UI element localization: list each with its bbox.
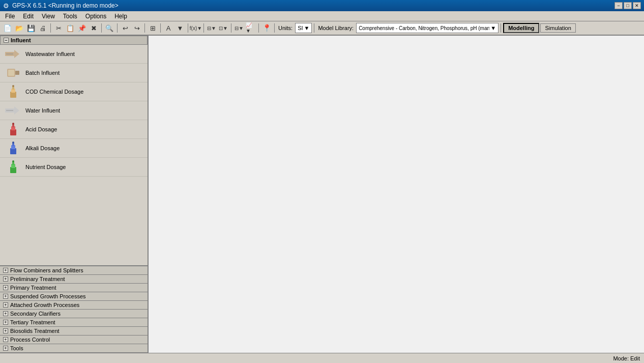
cut-button[interactable]: ✂ (53, 22, 64, 34)
copy-button[interactable]: 📋 (65, 22, 76, 34)
batch-influent-icon (5, 66, 21, 80)
svg-rect-4 (15, 71, 19, 75)
sidebar-item-alkali-dosage[interactable]: Alkali Dosage (0, 139, 148, 158)
simulation-button[interactable]: Simulation (540, 23, 575, 33)
sep8 (231, 23, 231, 33)
nutrient-dosage-label: Nutrient Dosage (25, 164, 66, 170)
sep7 (203, 23, 204, 33)
secondary-expand[interactable]: + (3, 311, 8, 316)
section-tools[interactable]: + Tools (0, 344, 148, 353)
sidebar-item-water-influent[interactable]: Water Influent (0, 101, 148, 120)
section-preliminary-treatment[interactable]: + Preliminary Treatment (0, 275, 148, 284)
section-tertiary-treatment[interactable]: + Tertiary Treatment (0, 318, 148, 327)
sep4 (144, 23, 145, 33)
text-color-button[interactable]: A (163, 22, 174, 34)
sidebar-item-wastewater-influent[interactable]: Wastewater Influent (0, 45, 148, 64)
influent-label: Influent (11, 37, 31, 43)
units-value: SI (298, 25, 303, 31)
section-biosolids-treatment[interactable]: + Biosolids Treatment (0, 327, 148, 336)
canvas-area[interactable] (149, 36, 644, 353)
section-flow-combiners[interactable]: + Flow Combiners and Splitters (0, 266, 148, 275)
water-influent-label: Water Influent (25, 107, 60, 114)
menu-view[interactable]: View (39, 12, 58, 21)
sidebar-item-acid-dosage[interactable]: Acid Dosage (0, 120, 148, 139)
layout-button[interactable]: ⊟▼ (206, 22, 217, 34)
modelling-button[interactable]: Modelling (503, 23, 539, 33)
sidebar-content: − Influent Wastewater Influent (0, 36, 148, 265)
sidebar-item-batch-influent[interactable]: Batch Influent (0, 64, 148, 82)
section-primary-treatment[interactable]: + Primary Treatment (0, 284, 148, 292)
location-button[interactable]: 📍 (261, 22, 272, 34)
menu-options[interactable]: Options (82, 12, 109, 21)
function-tools: f(x)▼ (190, 22, 201, 34)
plot-button[interactable]: 📈▼ (245, 22, 256, 34)
process-expand[interactable]: + (3, 337, 8, 342)
undo-button[interactable]: ↩ (120, 22, 131, 34)
open-button[interactable]: 📂 (14, 22, 25, 34)
wastewater-influent-icon (5, 47, 21, 61)
close-button[interactable]: ✕ (633, 2, 641, 9)
text-dropdown[interactable]: ▼ (174, 22, 186, 34)
attached-expand[interactable]: + (3, 302, 8, 308)
diagram-tools: ⊟▼ 📈▼ (233, 22, 256, 34)
tertiary-expand[interactable]: + (3, 320, 8, 325)
biosolids-expand[interactable]: + (3, 328, 8, 333)
file-tools: 📄 📂 💾 🖨 (2, 22, 48, 34)
save-button[interactable]: 💾 (25, 22, 37, 34)
influent-expand-icon[interactable]: − (4, 38, 9, 43)
sep1 (50, 23, 51, 33)
svg-point-24 (12, 160, 14, 162)
app-icon: ⚙ (3, 2, 9, 10)
section-process-control[interactable]: + Process Control (0, 336, 148, 344)
tools-expand[interactable]: + (3, 346, 8, 351)
zoom-tools: 🔍 (104, 22, 115, 34)
menu-help[interactable]: Help (111, 12, 130, 21)
delete-button[interactable]: ✖ (88, 22, 99, 34)
menu-file[interactable]: File (2, 12, 18, 21)
maximize-button[interactable]: □ (624, 2, 632, 9)
sep9 (258, 23, 259, 33)
print-button[interactable]: 🖨 (37, 22, 48, 34)
model-library-dropdown[interactable]: Comprehensive - Carbon, Nitrogen, Phosph… (356, 23, 499, 33)
primary-expand[interactable]: + (3, 285, 8, 290)
sep3 (117, 23, 118, 33)
section-secondary-clarifiers[interactable]: + Secondary Clarifiers (0, 310, 148, 318)
menu-edit[interactable]: Edit (20, 12, 37, 21)
cod-chemical-dosage-icon (5, 85, 21, 99)
batch-influent-label: Batch Influent (25, 70, 60, 76)
paste-button[interactable]: 📌 (76, 22, 87, 34)
model-library-value: Comprehensive - Carbon, Nitrogen, Phosph… (359, 25, 489, 31)
section-suspended-growth[interactable]: + Suspended Growth Processes (0, 292, 148, 301)
undo-redo-tools: ↩ ↪ (120, 22, 142, 34)
svg-point-16 (12, 123, 14, 125)
new-button[interactable]: 📄 (2, 22, 13, 34)
diagram-button[interactable]: ⊟▼ (233, 22, 245, 34)
alkali-dosage-label: Alkali Dosage (25, 145, 60, 151)
flow-combiners-expand[interactable]: + (3, 268, 8, 273)
cod-chemical-dosage-label: COD Chemical Dosage (25, 89, 83, 95)
units-dropdown[interactable]: SI ▼ (295, 23, 312, 33)
wastewater-influent-label: Wastewater Influent (25, 51, 75, 57)
sidebar-item-cod-chemical-dosage[interactable]: COD Chemical Dosage (0, 82, 148, 101)
sep5 (160, 23, 161, 33)
mode-text: Mode: Edit (613, 355, 640, 361)
sidebar-item-nutrient-dosage[interactable]: Nutrient Dosage (0, 158, 148, 177)
sep10 (274, 23, 275, 33)
zoom-button[interactable]: 🔍 (104, 22, 115, 34)
redo-button[interactable]: ↪ (131, 22, 142, 34)
status-bar: Mode: Edit (0, 353, 644, 363)
menu-tools[interactable]: Tools (60, 12, 80, 21)
text-tools: A ▼ (163, 22, 186, 34)
function-button[interactable]: f(x)▼ (190, 22, 201, 34)
preliminary-expand[interactable]: + (3, 276, 8, 282)
svg-marker-1 (14, 50, 19, 58)
resize-handle[interactable] (145, 36, 148, 353)
title-bar-controls[interactable]: − □ ✕ (614, 2, 641, 9)
section-attached-growth[interactable]: + Attached Growth Processes (0, 301, 148, 310)
suspended-expand[interactable]: + (3, 294, 8, 299)
grid-button[interactable]: ⊞ (147, 22, 158, 34)
minimize-button[interactable]: − (614, 2, 623, 9)
influent-section-header[interactable]: − Influent (0, 36, 148, 45)
arrange-button[interactable]: ⊡▼ (218, 22, 229, 34)
svg-point-9 (12, 85, 14, 87)
